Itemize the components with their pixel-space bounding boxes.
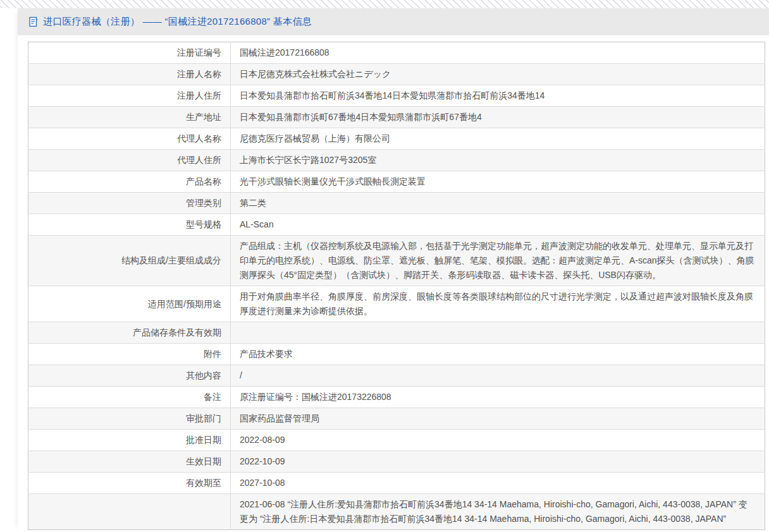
row-value: 2022-10-09 <box>231 451 765 473</box>
table-row: 审批部门国家药品监督管理局 <box>28 408 765 430</box>
row-value: 第二类 <box>231 193 765 214</box>
row-label: 备注 <box>28 387 231 408</box>
row-value <box>231 322 765 344</box>
row-value: 国家药品监督管理局 <box>231 408 765 430</box>
panel-header: 进口医疗器械（注册） —— “国械注进20172166808” 基本信息 <box>18 8 769 35</box>
row-value: 国械注进20172166808 <box>231 42 765 64</box>
table-row: 注册人名称日本尼德克株式会社株式会社ニデック <box>28 64 765 85</box>
table-row: 结构及组成/主要组成成分产品组成：主机（仪器控制系统及电源输入部，包括基于光学测… <box>28 236 765 286</box>
info-table-body: 注册证编号国械注进20172166808注册人名称日本尼德克株式会社株式会社ニデ… <box>28 42 765 530</box>
row-label: 代理人名称 <box>28 128 231 150</box>
row-label: 型号规格 <box>28 214 231 236</box>
row-value: 2027-10-08 <box>231 473 765 494</box>
table-row: 产品储存条件及有效期 <box>28 322 765 344</box>
table-row: 批准日期2022-08-09 <box>28 430 765 451</box>
row-value: / <box>231 365 765 387</box>
table-row: 注册人住所日本爱知县蒲郡市拾石町前浜34番地14日本愛知県蒲郡市拾石町前浜34番… <box>28 85 765 107</box>
table-row: 附件产品技术要求 <box>28 344 765 365</box>
page-background-pattern <box>0 0 769 8</box>
row-label: 审批部门 <box>28 408 231 430</box>
table-row: 生效日期2022-10-09 <box>28 451 765 473</box>
table-row: 有效期至2027-10-08 <box>28 473 765 494</box>
row-value: 产品技术要求 <box>231 344 765 365</box>
row-label: 注册人名称 <box>28 64 231 85</box>
row-label: 批准日期 <box>28 430 231 451</box>
row-label: 其他内容 <box>28 365 231 387</box>
table-row: 生产地址日本爱知县蒲郡市浜町67番地4日本愛知県蒲郡市浜町67番地4 <box>28 107 765 128</box>
row-label: 结构及组成/主要组成成分 <box>28 236 231 286</box>
row-label: 注册人住所 <box>28 85 231 107</box>
row-label: 注册证编号 <box>28 42 231 64</box>
row-label: 适用范围/预期用途 <box>28 286 231 322</box>
registration-info-table: 注册证编号国械注进20172166808注册人名称日本尼德克株式会社株式会社ニデ… <box>28 42 765 530</box>
row-value: 尼德克医疗器械贸易（上海）有限公司 <box>231 128 765 150</box>
row-label: 管理类别 <box>28 193 231 214</box>
row-label: 生效日期 <box>28 451 231 473</box>
row-value: AL-Scan <box>231 214 765 236</box>
panel-body: 注册证编号国械注进20172166808注册人名称日本尼德克株式会社株式会社ニデ… <box>18 35 769 530</box>
row-label: 有效期至 <box>28 473 231 494</box>
table-row: 型号规格AL-Scan <box>28 214 765 236</box>
row-value: 用于对角膜曲率半径、角膜厚度、前房深度、眼轴长度等各类眼球结构部位的尺寸进行光学… <box>231 286 765 322</box>
row-label: 附件 <box>28 344 231 365</box>
row-label <box>28 494 231 530</box>
table-row: 备注原注册证编号：国械注进20173226808 <box>28 387 765 408</box>
row-value: 产品组成：主机（仪器控制系统及电源输入部，包括基于光学测定功能单元，超声波测定功… <box>231 236 765 286</box>
table-row: 管理类别第二类 <box>28 193 765 214</box>
row-value: 日本爱知县蒲郡市拾石町前浜34番地14日本愛知県蒲郡市拾石町前浜34番地14 <box>231 85 765 107</box>
table-row: 适用范围/预期用途用于对角膜曲率半径、角膜厚度、前房深度、眼轴长度等各类眼球结构… <box>28 286 765 322</box>
table-row: 其他内容/ <box>28 365 765 387</box>
table-row: 代理人住所上海市长宁区长宁路1027号3205室 <box>28 150 765 171</box>
table-row: 产品名称光干涉式眼轴长测量仪光干渉式眼軸長測定装置 <box>28 171 765 193</box>
table-row: 代理人名称尼德克医疗器械贸易（上海）有限公司 <box>28 128 765 150</box>
row-value: 上海市长宁区长宁路1027号3205室 <box>231 150 765 171</box>
row-value: 光干涉式眼轴长测量仪光干渉式眼軸長測定装置 <box>231 171 765 193</box>
detail-panel: 进口医疗器械（注册） —— “国械注进20172166808” 基本信息 注册证… <box>18 8 769 532</box>
row-label: 生产地址 <box>28 107 231 128</box>
page-title: 进口医疗器械（注册） —— “国械注进20172166808” 基本信息 <box>43 16 312 28</box>
row-value: 日本尼德克株式会社株式会社ニデック <box>231 64 765 85</box>
row-value: 日本爱知县蒲郡市浜町67番地4日本愛知県蒲郡市浜町67番地4 <box>231 107 765 128</box>
row-label: 产品储存条件及有效期 <box>28 322 231 344</box>
table-row: 2021-06-08 “注册人住所:爱知县蒲郡市拾石町前浜34番地14 34-1… <box>28 494 765 530</box>
document-icon <box>29 16 39 27</box>
table-row: 注册证编号国械注进20172166808 <box>28 42 765 64</box>
row-value: 2021-06-08 “注册人住所:爱知县蒲郡市拾石町前浜34番地14 34-1… <box>231 494 765 530</box>
row-value: 2022-08-09 <box>231 430 765 451</box>
row-label: 产品名称 <box>28 171 231 193</box>
row-label: 代理人住所 <box>28 150 231 171</box>
row-value: 原注册证编号：国械注进20173226808 <box>231 387 765 408</box>
